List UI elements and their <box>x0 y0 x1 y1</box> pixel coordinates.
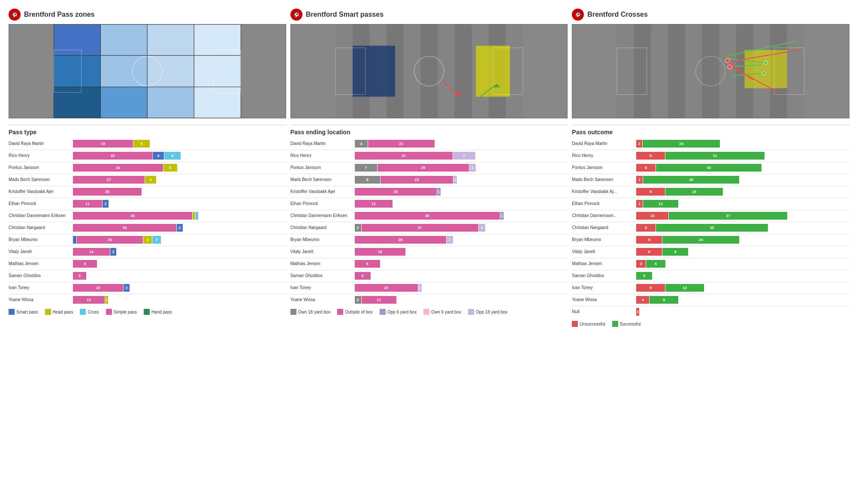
bar-group: 4 9 <box>636 296 849 304</box>
bar-group: 30 4 6 <box>73 152 286 160</box>
table-row: Mads Bech Sørensen 27 4 <box>9 175 286 184</box>
legend-item-opp6: Opp 6 yard box <box>380 309 417 315</box>
table-row: Kristoffer Vassbakk Aj... 9 18 <box>572 187 849 196</box>
bar-unsuccessful: 6 <box>636 164 656 172</box>
pass-ending-legend: Own 18 yard box Outside of box Opp 6 yar… <box>290 309 568 315</box>
bar-simple: 25 <box>77 236 143 244</box>
bar-group: 8 23 1 <box>355 176 568 184</box>
bar-group: 45 <box>73 212 286 220</box>
table-row: Vitaly Janelt 14 2 <box>9 247 286 257</box>
bar-group: 31 7 <box>355 152 568 160</box>
bar-simple: 26 <box>73 188 142 196</box>
table-row: Ivan Toney 9 12 <box>572 283 849 293</box>
bar-successful: 5 <box>636 272 652 280</box>
svg-rect-6 <box>100 55 147 87</box>
svg-rect-34 <box>651 24 668 118</box>
table-row: Rico Henry 31 7 <box>290 151 568 160</box>
player-name: Ethan Pinnock <box>290 201 355 206</box>
svg-rect-5 <box>54 55 100 87</box>
table-row: Saman Ghoddos 5 <box>290 271 568 281</box>
player-name: Christian Dannemann Eriksen <box>9 213 73 218</box>
legend-label-smart: Smart pass <box>16 310 38 314</box>
bar-outside: 29 <box>378 164 469 172</box>
player-name: Kristoffer Vassbakk Ajer <box>9 189 73 194</box>
player-name: Pontus Jansson <box>572 165 636 170</box>
smart-passes-pitch <box>290 24 568 118</box>
bar-outside: 5 <box>355 272 371 280</box>
table-row: Pontus Jansson 34 5 <box>9 163 286 172</box>
bar-own18: 8 <box>355 176 380 184</box>
bar-simple: 12 <box>73 296 105 304</box>
bar-successful: 24 <box>643 140 720 148</box>
svg-rect-10 <box>100 87 147 118</box>
bar-head <box>193 212 195 220</box>
legend-item-simple: Simple pass <box>106 309 137 315</box>
table-row: Saman Ghoddos 5 <box>9 271 286 281</box>
bar-group: 39 2 <box>73 224 286 232</box>
bar-unsuccessful: 8 <box>636 248 662 256</box>
svg-rect-8 <box>194 55 241 87</box>
bar-group: 2 11 <box>636 200 849 208</box>
bar-outside: 20 <box>355 284 418 292</box>
main-container: ⚽ Brentford Pass zones <box>0 0 858 335</box>
bar-group: 26 <box>73 188 286 196</box>
table-row: Mathias Jensen 9 <box>9 259 286 269</box>
bar-simple: 27 <box>73 176 145 184</box>
player-name: Kristoffer Vassbakk Ajer <box>290 189 355 194</box>
pass-zones-svg <box>9 24 286 118</box>
table-row: Yoane Wissa 12 1 <box>9 295 286 305</box>
bar-outside: 23 <box>381 176 453 184</box>
bar-own18: 2 <box>355 224 361 232</box>
legend-color-outside <box>337 309 343 315</box>
svg-rect-20 <box>438 24 455 118</box>
table-row: Pontus Jansson 6 33 <box>572 163 849 172</box>
player-name: Yoane Wissa <box>572 297 636 302</box>
bar-successful: 35 <box>656 224 768 232</box>
bar-head: 4 <box>145 176 156 184</box>
brentford-logo-3: ⚽ <box>572 9 584 21</box>
bar-group: 2 30 <box>636 176 849 184</box>
svg-rect-23 <box>353 46 395 97</box>
svg-rect-3 <box>147 24 194 55</box>
bar-simple: 45 <box>73 212 192 220</box>
player-name: Rico Henry <box>9 153 73 158</box>
player-name: Pontus Jansson <box>290 165 355 170</box>
bar-simple: 5 <box>73 272 86 280</box>
legend-color-head <box>45 309 51 315</box>
pass-type-chart: David Raya Martin 19 6 Rico Henry 30 4 6… <box>9 139 286 305</box>
bar-simple: 34 <box>73 164 163 172</box>
bar-unsuccessful: 10 <box>636 212 668 220</box>
table-row: Vitaly Janelt 8 8 <box>572 247 849 257</box>
table-row: Vitaly Janelt 16 <box>290 247 568 257</box>
table-row: Yoane Wissa 4 9 <box>572 295 849 305</box>
svg-rect-19 <box>404 24 421 118</box>
bar-outside: 8 <box>355 260 380 268</box>
bar-own18: 7 <box>355 164 377 172</box>
svg-rect-1 <box>54 24 100 55</box>
panel-pass-zones: ⚽ Brentford Pass zones <box>9 9 286 327</box>
svg-rect-9 <box>54 87 100 118</box>
bar-smart <box>73 236 76 244</box>
legend-color-cross <box>80 309 86 315</box>
svg-rect-36 <box>719 24 736 118</box>
table-row: Ivan Toney 19 2 <box>9 283 286 293</box>
bar-smart: 2 <box>124 284 130 292</box>
bar-smart: 4 <box>153 152 164 160</box>
bar-outside: 29 <box>355 236 446 244</box>
bar-cross: 3 <box>152 236 161 244</box>
bar-group: 10 37 <box>636 212 849 220</box>
bar-unsuccessful: 1 <box>636 308 639 316</box>
player-name: Yoane Wissa <box>290 297 355 302</box>
legend-color-opp6 <box>380 309 386 315</box>
chart-title-pass-outcome: Pass outcome <box>572 125 849 136</box>
player-name: Kristoffer Vassbakk Aj... <box>572 189 636 194</box>
player-name: David Raya Martin <box>9 141 73 146</box>
legend-item-outside: Outside of box <box>337 309 372 315</box>
bar-outside: 46 <box>355 212 500 220</box>
bar-group: 12 1 <box>73 296 286 304</box>
bar-group: 8 8 <box>636 248 849 256</box>
player-name: Mads Bech Sørensen <box>290 177 355 182</box>
table-row: Christian Dannemann Eriksen 46 1 <box>290 211 568 220</box>
legend-label-own18: Own 18 yard box <box>298 310 331 314</box>
bar-successful: 6 <box>646 260 665 268</box>
